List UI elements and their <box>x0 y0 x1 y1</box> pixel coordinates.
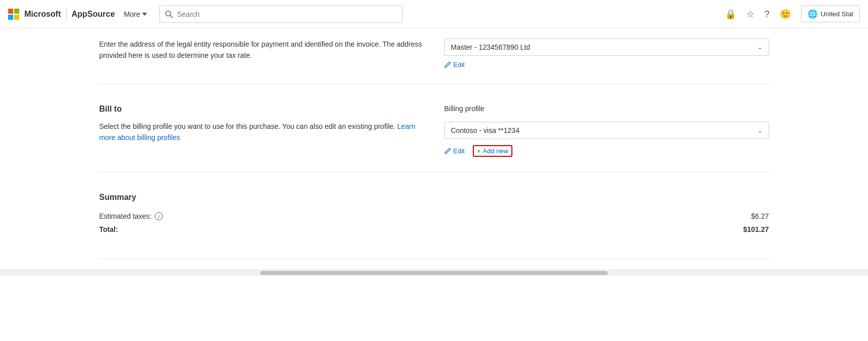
address-dropdown-chevron-icon: ⌄ <box>757 44 762 51</box>
add-new-button[interactable]: + Add new <box>473 145 512 157</box>
main-content: Enter the address of the legal entity re… <box>79 28 789 259</box>
address-section-grid: Enter the address of the legal entity re… <box>99 39 769 69</box>
region-button[interactable]: 🌐 United Stat <box>801 6 860 22</box>
help-icon[interactable]: ? <box>765 10 770 19</box>
billing-edit-label: Edit <box>454 147 465 155</box>
info-icon[interactable]: i <box>155 212 163 220</box>
billing-profile-dropdown[interactable]: Contoso - visa **1234 ⌄ <box>444 122 769 139</box>
navbar-divider <box>66 8 66 20</box>
estimated-taxes-label-group: Estimated taxes: i <box>99 212 163 220</box>
bill-to-left: Bill to Select the billing profile you w… <box>99 105 424 146</box>
search-icon <box>165 10 173 18</box>
bill-to-description: Select the billing profile you want to u… <box>99 121 424 144</box>
appsource-text: AppSource <box>72 10 115 19</box>
bottom-divider <box>99 259 769 259</box>
region-label: United Stat <box>821 10 853 18</box>
edit-add-row: Edit + Add new <box>444 145 769 157</box>
search-bar <box>159 6 403 23</box>
estimated-taxes-value: $6.27 <box>751 212 769 220</box>
logo-blue-square <box>8 15 13 20</box>
plus-icon: + <box>477 147 481 155</box>
billing-profile-label: Billing profile <box>444 105 769 113</box>
favorites-icon[interactable]: ☆ <box>746 10 754 19</box>
total-value: $101.27 <box>743 225 769 233</box>
summary-heading: Summary <box>99 193 769 202</box>
bill-to-grid: Bill to Select the billing profile you w… <box>99 105 769 157</box>
globe-icon: 🌐 <box>808 9 818 19</box>
address-description: Enter the address of the legal entity re… <box>99 39 424 61</box>
billing-profile-value: Contoso - visa **1234 <box>451 126 519 134</box>
microsoft-logo <box>8 9 19 20</box>
total-row: Total: $101.27 <box>99 225 769 233</box>
address-dropdown-value: Master - 1234567890 Ltd <box>451 43 530 51</box>
microsoft-logo-link[interactable]: Microsoft <box>8 9 61 20</box>
more-menu-button[interactable]: More <box>124 10 147 18</box>
estimated-taxes-row: Estimated taxes: i $6.27 <box>99 212 769 220</box>
logo-red-square <box>8 9 13 14</box>
billing-pencil-icon <box>444 148 451 154</box>
bill-to-section: Bill to Select the billing profile you w… <box>99 84 769 173</box>
navbar: Microsoft AppSource More 🔒 ☆ ? 🙂 🌐 Unite… <box>0 0 868 28</box>
more-label: More <box>124 10 140 18</box>
bill-to-description-text: Select the billing profile you want to u… <box>99 122 396 130</box>
address-right: Master - 1234567890 Ltd ⌄ Edit <box>444 39 769 69</box>
bill-to-right: Billing profile Contoso - visa **1234 ⌄ … <box>444 105 769 157</box>
estimated-taxes-text: Estimated taxes: <box>99 212 152 220</box>
svg-line-1 <box>170 15 173 18</box>
navbar-icon-group: 🔒 ☆ ? 🙂 🌐 United Stat <box>725 6 860 22</box>
summary-section: Summary Estimated taxes: i $6.27 Total: … <box>99 173 769 249</box>
billing-dropdown-chevron-icon: ⌄ <box>757 127 762 134</box>
add-new-label: Add new <box>483 147 509 155</box>
address-edit-label: Edit <box>454 61 465 69</box>
lock-icon[interactable]: 🔒 <box>725 10 736 19</box>
address-edit-link[interactable]: Edit <box>444 61 465 69</box>
billing-edit-link[interactable]: Edit <box>444 147 465 155</box>
address-section: Enter the address of the legal entity re… <box>99 28 769 84</box>
microsoft-text: Microsoft <box>24 10 61 19</box>
chevron-down-icon <box>142 13 147 16</box>
logo-green-square <box>14 9 19 14</box>
total-label: Total: <box>99 225 118 233</box>
address-dropdown[interactable]: Master - 1234567890 Ltd ⌄ <box>444 39 769 56</box>
account-icon[interactable]: 🙂 <box>780 10 791 19</box>
logo-yellow-square <box>14 15 19 20</box>
scrollbar-area <box>0 269 868 276</box>
search-input[interactable] <box>177 10 397 18</box>
bill-to-heading: Bill to <box>99 105 424 114</box>
scrollbar-thumb[interactable] <box>260 271 607 275</box>
pencil-icon <box>444 61 451 68</box>
